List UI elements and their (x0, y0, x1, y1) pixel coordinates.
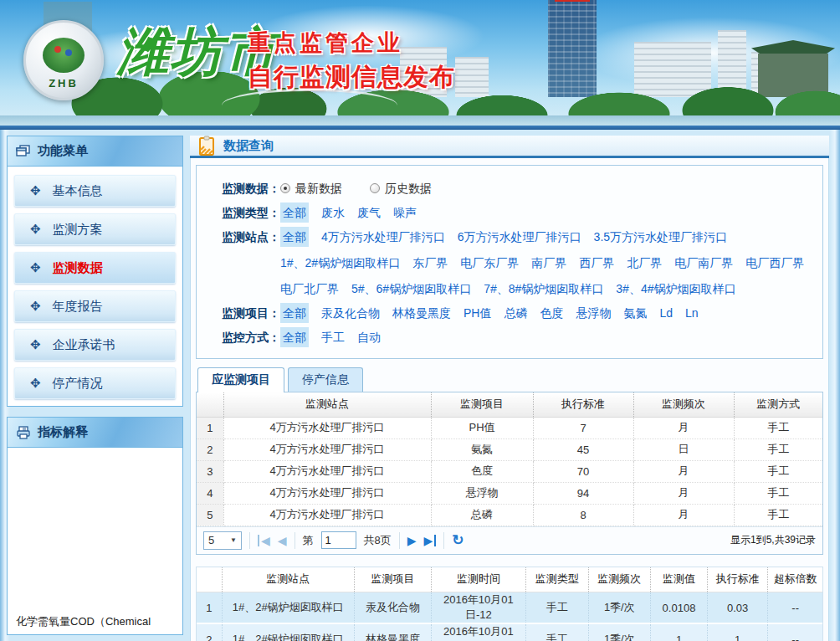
radio-label: 历史数据 (385, 178, 432, 198)
filter-option[interactable]: 电厂北厂界 (280, 279, 339, 299)
sidebar-item-监测数据[interactable]: ✥监测数据 (14, 252, 176, 284)
filter-option[interactable]: 全部 (280, 327, 309, 347)
column-header (197, 567, 222, 592)
column-header (197, 392, 223, 417)
standards-table: 监测站点监测项目执行标准监测频次监测方式 14万方污水处理厂排污口PH值7月手工… (197, 392, 822, 526)
last-page-button[interactable]: ▶ (424, 535, 437, 546)
table-cell: 1#、2#锅炉烟囱取样口 (222, 592, 354, 624)
filter-row: 监测项目：全部汞及化合物林格曼黑度PH值总磷色度悬浮物氨氮LdLn (208, 303, 811, 323)
filter-option[interactable]: 电厂东厂界 (460, 253, 519, 273)
radio-icon[interactable] (280, 183, 290, 193)
filter-options: 全部手工自动 (280, 327, 811, 347)
filter-option[interactable]: 电厂西厂界 (745, 253, 804, 273)
filter-option[interactable]: 全部 (280, 227, 309, 247)
filter-option[interactable]: Ln (685, 303, 699, 323)
refresh-icon[interactable]: ↻ (452, 533, 464, 547)
compass-arrows-icon: ✥ (30, 376, 41, 391)
table-cell: 氨氮 (431, 438, 533, 460)
table-cell: 月 (633, 504, 734, 526)
table-cell: 4万方污水处理厂排污口 (223, 482, 431, 504)
sidebar-item-停产情况[interactable]: ✥停产情况 (14, 367, 176, 399)
filter-option[interactable]: Ld (659, 303, 673, 323)
filter-option[interactable]: 东厂界 (412, 253, 448, 273)
filter-option[interactable]: 全部 (280, 303, 309, 323)
sidebar-item-监测方案[interactable]: ✥监测方案 (14, 213, 176, 245)
filter-options: 全部废水废气噪声 (280, 203, 811, 223)
filter-option[interactable]: 废水 (321, 203, 345, 223)
table-cell: PH值 (431, 417, 533, 438)
table-cell: 70 (533, 460, 633, 482)
next-page-button[interactable]: ▶ (407, 535, 417, 546)
filter-option[interactable]: 自动 (357, 327, 381, 347)
radio-option[interactable]: 历史数据 (370, 178, 432, 198)
filter-label: 监测数据： (208, 178, 280, 198)
filter-option[interactable]: 汞及化合物 (321, 303, 380, 323)
tab-停产信息[interactable]: 停产信息 (288, 367, 363, 392)
filter-option[interactable]: 3.5万方污水处理厂排污口 (594, 227, 727, 247)
table-row[interactable]: 24万方污水处理厂排污口氨氮45日手工 (197, 438, 822, 460)
sidebar-item-年度报告[interactable]: ✥年度报告 (14, 290, 176, 322)
function-menu-panel: 功能菜单 ✥基本信息✥监测方案✥监测数据✥年度报告✥企业承诺书✥停产情况 (7, 136, 183, 407)
table-cell: 悬浮物 (431, 482, 533, 504)
filter-option[interactable]: 4万方污水处理厂排污口 (321, 227, 445, 247)
filter-option[interactable]: 7#、8#锅炉烟囱取样口 (484, 279, 603, 299)
filter-options: 全部4万方污水处理厂排污口6万方污水处理厂排污口3.5万方污水处理厂排污口1#、… (280, 227, 811, 299)
filter-option[interactable]: 悬浮物 (576, 303, 611, 323)
column-header: 监测项目 (355, 567, 432, 592)
prev-page-button[interactable]: ◀ (278, 535, 287, 546)
filter-option[interactable]: 电厂南厂界 (674, 253, 733, 273)
filter-option[interactable]: 1#、2#锅炉烟囱取样口 (280, 253, 400, 273)
results-table-wrap: 监测站点监测项目监测时间监测类型监测频次监测值执行标准超标倍数 11#、2#锅炉… (196, 567, 823, 641)
radio-icon[interactable] (370, 183, 380, 193)
banner-subtitle-line1: 重点监管企业 (248, 28, 455, 58)
filter-option[interactable]: 手工 (321, 327, 345, 347)
table-cell: 1季/次 (588, 623, 650, 641)
filter-option[interactable]: 废气 (357, 203, 381, 223)
table-row[interactable]: 11#、2#锅炉烟囱取样口汞及化合物2016年10月01日-12手工1季/次0.… (197, 592, 822, 624)
sidebar: 功能菜单 ✥基本信息✥监测方案✥监测数据✥年度报告✥企业承诺书✥停产情况 指标解… (7, 136, 183, 635)
filter-option[interactable]: 西厂界 (579, 253, 614, 273)
filter-option[interactable]: 林格曼黑度 (392, 303, 451, 323)
banner-subtitle-line2: 自行监测信息发布 (248, 60, 455, 95)
compass-arrows-icon: ✥ (30, 222, 41, 237)
divider (443, 532, 444, 549)
column-header: 监测频次 (633, 392, 734, 417)
page-size-select[interactable]: 5 ▼ (203, 531, 242, 550)
filter-option[interactable]: 5#、6#锅炉烟囱取样口 (351, 279, 471, 299)
filter-option[interactable]: 3#、4#锅炉烟囱取样口 (616, 279, 735, 299)
table-cell: 1#、2#锅炉烟囱取样口 (222, 623, 354, 641)
radio-option[interactable]: 最新数据 (280, 178, 342, 198)
sidebar-menu-list: ✥基本信息✥监测方案✥监测数据✥年度报告✥企业承诺书✥停产情况 (8, 167, 182, 406)
table-row[interactable]: 14万方污水处理厂排污口PH值7月手工 (197, 417, 822, 438)
table-cell: 手工 (734, 417, 822, 438)
table-row[interactable]: 54万方污水处理厂排污口总磷8月手工 (197, 504, 822, 526)
sidebar-item-基本信息[interactable]: ✥基本信息 (14, 175, 176, 207)
filter-option[interactable]: 总磷 (504, 303, 527, 323)
column-header: 监测项目 (431, 392, 533, 417)
pagination-bar: 5 ▼ ◀ ◀ 第 共8页 ▶ ▶ ↻ 显示1到5,共39记录 (197, 526, 822, 554)
table-cell: 1 (708, 623, 768, 641)
filter-option[interactable]: 北厂界 (627, 253, 662, 273)
column-header: 监测值 (650, 567, 707, 592)
filter-option[interactable]: 噪声 (393, 203, 417, 223)
filter-option[interactable]: 6万方污水处理厂排污口 (458, 227, 581, 247)
logo-text: ZHB (49, 77, 79, 90)
filter-label: 监测项目： (208, 303, 280, 323)
table-row[interactable]: 44万方污水处理厂排污口悬浮物94月手工 (197, 482, 822, 504)
clipboard-icon (198, 136, 215, 156)
table-row[interactable]: 21#、2#锅炉烟囱取样口林格曼黑度2016年10月01日-12手工1季/次11… (197, 623, 822, 641)
filter-option[interactable]: 全部 (280, 203, 309, 223)
table-row[interactable]: 34万方污水处理厂排污口色度70月手工 (197, 460, 822, 482)
sidebar-item-label: 年度报告 (53, 299, 103, 315)
standards-table-header-row: 监测站点监测项目执行标准监测频次监测方式 (197, 392, 822, 417)
page-number-input[interactable] (321, 531, 356, 549)
table-cell: 7 (533, 417, 633, 438)
filter-option[interactable]: 南厂界 (531, 253, 566, 273)
filter-option[interactable]: PH值 (464, 303, 491, 323)
filter-option[interactable]: 色度 (540, 303, 563, 323)
river-decoration (0, 115, 840, 126)
filter-option[interactable]: 氨氮 (623, 303, 647, 323)
sidebar-item-企业承诺书[interactable]: ✥企业承诺书 (14, 329, 176, 361)
first-page-button[interactable]: ◀ (258, 535, 270, 546)
tab-应监测项目[interactable]: 应监测项目 (197, 367, 284, 392)
